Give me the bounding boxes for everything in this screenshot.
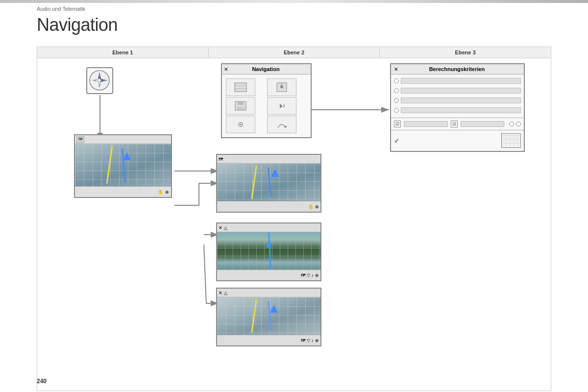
map-toggle-l2b[interactable]: 🗺: [301, 338, 305, 343]
mp-bottom-top: ✋ ⊕: [217, 201, 320, 212]
nav-down-l2m[interactable]: ▽: [307, 273, 310, 278]
nav-menu-close[interactable]: ✕: [224, 67, 228, 72]
crosshair-icon-l2t[interactable]: ⊕: [315, 204, 319, 209]
criteria-close[interactable]: ✕: [394, 67, 398, 72]
criteria-text-3: [401, 98, 521, 103]
map-panel-level2-top: 🗺 ✛ ↩ ⊕ ⊖ ✋ ⊕: [216, 154, 321, 213]
main-content-area: Ebene 1 Ebene 2 Ebene 3: [37, 47, 551, 372]
map-panel-level2-bot: ✕ △ ◁ ▷ ⊕ ⊖ 🗺 ▽ ♪: [216, 288, 321, 346]
menu-cell-audio[interactable]: [267, 97, 296, 115]
menu-map-icon: [234, 82, 247, 93]
map-content-l1: [75, 144, 171, 186]
nav-down-l2b[interactable]: ▽: [307, 338, 310, 343]
menu-cell-route[interactable]: [267, 116, 296, 133]
music-l2m[interactable]: ♪: [312, 273, 314, 278]
svg-point-17: [280, 85, 283, 88]
compass-icon: [89, 70, 111, 92]
map-bottom-l1: ✋ ⊕: [75, 186, 171, 197]
nav-arrow-l2t: [271, 169, 279, 177]
breadcrumb-text: Audio und Telematik: [37, 6, 85, 12]
mp-nav-up[interactable]: △: [224, 225, 227, 230]
svg-point-23: [240, 124, 242, 125]
menu-audio-icon: [275, 100, 289, 111]
criteria-grid-icon[interactable]: [501, 133, 521, 148]
criteria-row-4: [394, 106, 521, 115]
breadcrumb: Audio und Telematik: [37, 6, 85, 12]
criteria-text-4: [401, 107, 521, 113]
criteria-row-3: [394, 96, 521, 105]
checkbox-1[interactable]: ☑: [394, 121, 401, 127]
criteria-header: ✕ Berechnungskriterien: [391, 64, 524, 74]
nav-arrow-l2b: [270, 305, 278, 313]
map-content-l2b: [217, 297, 320, 335]
nav-menu-grid: [222, 74, 311, 137]
hand-icon-l1[interactable]: ✋: [158, 190, 163, 195]
level-header-3: Ebene 3: [380, 47, 551, 58]
rb-1[interactable]: [509, 122, 514, 126]
music-l2b[interactable]: ♪: [312, 338, 314, 343]
map-panel-level2-mid: ✕ △ ◁ ▷ ⊕ ⊖: [216, 222, 321, 281]
mp-nav-up-bot[interactable]: △: [224, 291, 227, 295]
svg-rect-21: [237, 107, 245, 110]
criteria-actions: ✓: [391, 130, 524, 151]
criteria-text-1: [401, 78, 521, 84]
crosshair-icon-l1[interactable]: ⊕: [165, 190, 169, 195]
hand-icon-l2t[interactable]: ✋: [308, 204, 314, 209]
level-header-2: Ebene 2: [209, 47, 380, 58]
mp-close-bot[interactable]: ✕: [219, 291, 222, 295]
crosshair-l2b[interactable]: ⊕: [315, 338, 319, 343]
mp-close-mid[interactable]: ✕: [219, 225, 222, 230]
criteria-title: Berechnungskriterien: [429, 66, 485, 72]
level-header-1: Ebene 1: [37, 47, 209, 58]
mp-toolbar-bot: ✕ △: [217, 289, 320, 297]
map-content-l2m: [217, 232, 320, 270]
menu-route-icon: [275, 119, 289, 130]
compass-widget[interactable]: [86, 67, 113, 94]
criteria-checkboxes: ☑ ☑: [391, 118, 524, 130]
page-title: Navigation: [37, 15, 118, 35]
mp-icon-map[interactable]: 🗺: [219, 157, 223, 162]
criteria-row-1: [394, 76, 521, 85]
map-2d-bg: [217, 232, 320, 270]
map-panel-level1: 🗺 ✛ ↩ ⊕ ⊖ ✋: [74, 134, 172, 198]
criteria-radio-2[interactable]: [394, 88, 399, 93]
svg-rect-13: [235, 83, 246, 92]
level-headers: Ebene 1 Ebene 2 Ebene 3: [37, 47, 551, 58]
menu-cell-destination[interactable]: [267, 78, 296, 96]
menu-cell-map[interactable]: [226, 78, 255, 96]
criteria-radio-1[interactable]: [394, 78, 399, 83]
criteria-confirm[interactable]: ✓: [394, 137, 400, 145]
diagram-area: 🗺 ✛ ↩ ⊕ ⊖ ✋: [37, 58, 551, 391]
cb-text-1: [404, 121, 448, 127]
map-toolbar-l1: 🗺: [75, 135, 171, 144]
nav-menu-header: ✕ Navigation: [222, 64, 311, 74]
mp-bottom-bot: 🗺 ▽ ♪ ⊕: [217, 335, 320, 345]
checkbox-2[interactable]: ☑: [451, 121, 458, 127]
radio-group: [509, 122, 521, 126]
nav-arrow-l1: [123, 152, 131, 160]
top-gradient-bar: [0, 0, 588, 3]
menu-cell-settings[interactable]: [226, 116, 255, 133]
criteria-text-2: [401, 88, 521, 94]
rb-2[interactable]: [516, 122, 521, 126]
mp-bottom-mid: 🗺 ▽ ♪ ⊕: [217, 270, 320, 280]
criteria-radio-4[interactable]: [394, 108, 399, 113]
criteria-row-2: [394, 86, 521, 95]
cb-text-2: [461, 121, 505, 127]
criteria-rows: [391, 74, 524, 118]
menu-dest-icon: [275, 82, 289, 93]
map-content-l2t: [217, 164, 320, 201]
mp-toolbar-top: 🗺: [217, 155, 320, 164]
menu-save-icon: [234, 100, 247, 111]
menu-settings-icon: [234, 119, 247, 130]
svg-rect-20: [238, 101, 244, 105]
map-toggle-l2m[interactable]: 🗺: [301, 273, 305, 278]
criteria-panel: ✕ Berechnungskriterien: [390, 63, 525, 152]
nav-menu-title: Navigation: [252, 66, 279, 72]
crosshair-l2m[interactable]: ⊕: [315, 273, 319, 278]
map-icon-l1[interactable]: 🗺: [76, 136, 84, 143]
criteria-radio-3[interactable]: [394, 98, 399, 103]
navigation-menu: ✕ Navigation: [221, 63, 312, 138]
nav-arrow-l2m: [266, 242, 271, 247]
menu-cell-save[interactable]: [226, 97, 255, 115]
